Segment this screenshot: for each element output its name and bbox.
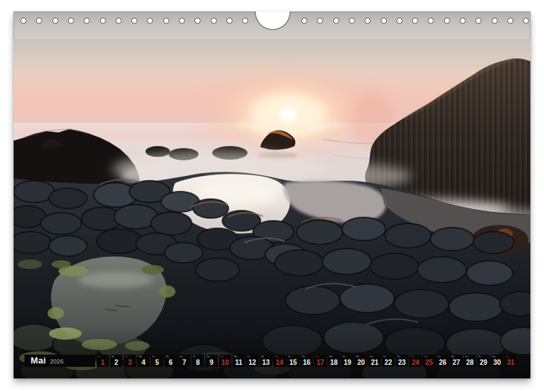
day-cell-7: Do7 <box>178 355 190 367</box>
weekday-label: Sa <box>112 355 115 358</box>
vignette <box>14 327 530 378</box>
day-number: 29 <box>477 359 490 366</box>
weekday-label: Do <box>275 355 278 358</box>
binding-hole <box>412 18 418 24</box>
day-cell-4: Mo4 <box>137 355 150 367</box>
day-cell-18: Mo18 <box>328 355 340 367</box>
weekday-label: Do <box>180 355 183 358</box>
day-cell-26: Di26 <box>437 355 449 367</box>
binding-hole <box>396 18 403 24</box>
binding-hole <box>179 18 185 24</box>
binding-hole <box>147 18 153 24</box>
day-cell-11: Mo11 <box>233 355 245 367</box>
weekday-label: Mi <box>356 355 359 358</box>
binding-hole <box>444 18 450 24</box>
weekday-label: So <box>411 355 414 358</box>
weekday-label: Mo <box>329 355 333 358</box>
day-cell-15: Fr15 <box>287 355 299 367</box>
binding-hole <box>100 18 106 24</box>
day-number: 11 <box>233 359 245 366</box>
day-cell-16: Sa16 <box>301 355 313 367</box>
weekday-label: Fr <box>288 355 291 358</box>
day-number: 27 <box>450 359 462 366</box>
day-cell-23: Sa23 <box>396 355 408 367</box>
day-cell-3: So3 <box>124 355 136 367</box>
binding-hole <box>364 18 371 24</box>
weekday-label: Sa <box>302 355 305 358</box>
day-number: 20 <box>355 359 367 366</box>
binding-hole <box>381 18 387 24</box>
binding-hole <box>301 18 307 24</box>
day-number: 15 <box>287 359 299 366</box>
weekday-label: So <box>220 355 224 358</box>
binding-hole <box>317 18 323 24</box>
calendar-page: Mai 2026 Fr1Sa2So3Mo4Di5Mi6Do7Fr8Sa9So10… <box>14 12 530 378</box>
weekday-label: Fr <box>384 355 386 358</box>
day-cell-24: So24 <box>409 355 422 367</box>
day-cell-8: Fr8 <box>192 355 204 367</box>
binding-hole <box>194 18 201 24</box>
binding-hole <box>36 18 42 24</box>
day-cell-28: Do28 <box>464 355 476 367</box>
date-strip-days: Fr1Sa2So3Mo4Di5Mi6Do7Fr8Sa9So10Mo11Di12M… <box>97 355 517 367</box>
day-number: 17 <box>314 359 326 366</box>
day-number: 10 <box>219 359 231 366</box>
day-number: 5 <box>151 359 163 366</box>
binding-hole <box>507 18 513 24</box>
year-label: 2026 <box>50 358 64 365</box>
weekday-label: So <box>125 355 129 358</box>
day-cell-13: Mi13 <box>260 355 272 367</box>
day-cell-30: Sa30 <box>491 355 503 367</box>
binding-hole <box>333 18 339 24</box>
weekday-label: Mi <box>261 355 264 358</box>
month-name: Mai <box>31 355 46 366</box>
day-number: 19 <box>341 359 354 366</box>
weekday-label: So <box>506 355 509 358</box>
day-number: 16 <box>301 359 313 366</box>
day-number: 22 <box>382 359 394 366</box>
weekday-label: Di <box>248 355 250 358</box>
day-cell-21: Do21 <box>369 355 381 367</box>
day-cell-29: Fr29 <box>477 355 490 367</box>
day-cell-31: So31 <box>505 355 517 367</box>
day-cell-10: So10 <box>219 355 231 367</box>
causeway-sunset-scene <box>14 39 530 378</box>
day-cell-22: Fr22 <box>382 355 394 367</box>
day-cell-14: Do14 <box>273 355 286 367</box>
day-number: 23 <box>396 359 408 366</box>
landscape-photo <box>14 39 530 378</box>
binding-hole <box>20 18 27 24</box>
binding-hole <box>349 18 355 24</box>
day-number: 7 <box>178 359 190 366</box>
day-number: 18 <box>328 359 340 366</box>
day-cell-17: So17 <box>314 355 326 367</box>
binding-hole <box>226 18 233 24</box>
binding-hole <box>523 18 529 24</box>
day-cell-6: Mi6 <box>165 355 177 367</box>
weekday-label: Sa <box>397 355 401 358</box>
day-cell-25: Mo25 <box>423 355 435 367</box>
day-number: 14 <box>273 359 286 366</box>
day-number: 25 <box>423 359 435 366</box>
day-number: 6 <box>165 359 177 366</box>
day-number: 1 <box>97 359 109 366</box>
month-label-box: Mai 2026 <box>24 355 95 367</box>
binding-hole <box>428 18 434 24</box>
day-number: 26 <box>437 359 449 366</box>
calendar-product-shot: Mai 2026 Fr1Sa2So3Mo4Di5Mi6Do7Fr8Sa9So10… <box>0 0 544 392</box>
day-number: 9 <box>205 359 218 366</box>
weekday-label: Di <box>152 355 155 358</box>
day-cell-1: Fr1 <box>97 355 109 367</box>
binding-hole <box>52 18 58 24</box>
day-cell-2: Sa2 <box>110 355 122 367</box>
binding-hole <box>242 18 248 24</box>
day-number: 12 <box>246 359 258 366</box>
day-number: 21 <box>369 359 381 366</box>
weekday-label: Mi <box>452 355 454 358</box>
day-cell-12: Di12 <box>246 355 258 367</box>
day-number: 31 <box>505 359 517 366</box>
weekday-label: Sa <box>492 355 496 358</box>
day-cell-19: Di19 <box>341 355 354 367</box>
binding-hole <box>84 18 90 24</box>
weekday-label: Sa <box>207 355 210 358</box>
